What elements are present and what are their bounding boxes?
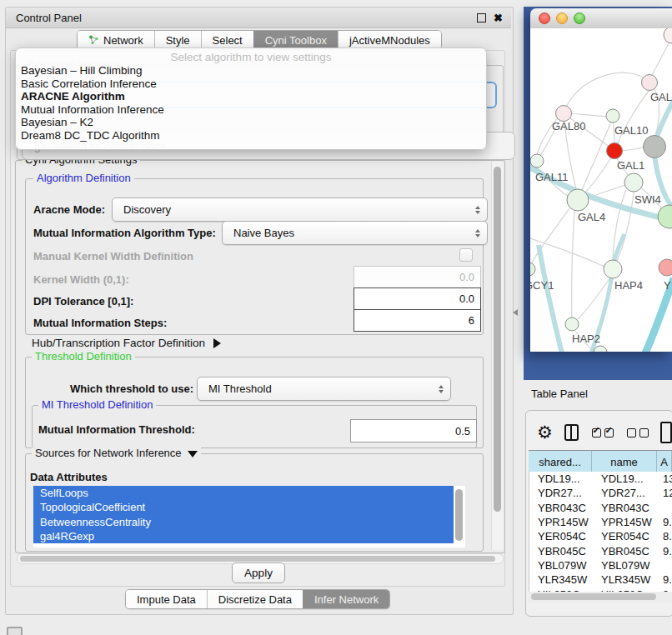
table-cell: 13 bbox=[658, 472, 672, 486]
algorithm-option-mutual-information-inference[interactable]: Mutual Information Inference bbox=[16, 103, 486, 117]
dpi-tolerance-field[interactable]: 0.0 bbox=[354, 288, 481, 310]
network-node-swi4[interactable] bbox=[658, 205, 672, 228]
algorithm-option-aracne-algorithm[interactable]: ARACNE Algorithm bbox=[16, 90, 486, 103]
columns-icon[interactable] bbox=[564, 424, 579, 441]
tab-network[interactable]: Network bbox=[78, 31, 154, 49]
table-hscrollbar-thumb[interactable] bbox=[531, 593, 656, 600]
checked-boxes-icon[interactable] bbox=[592, 428, 614, 438]
mi-threshold-field[interactable]: 0.5 bbox=[350, 419, 477, 442]
algorithm-option-dream8-dc-tdc-algorithm[interactable]: Dream8 DC_TDC Algorithm bbox=[16, 129, 486, 142]
close-panel-icon[interactable]: ✖ bbox=[494, 12, 503, 23]
network-edge[interactable] bbox=[651, 40, 670, 77]
zoom-window-icon[interactable] bbox=[574, 12, 585, 24]
mi-threshold-label: Mutual Information Threshold: bbox=[38, 423, 195, 436]
sources-group-title[interactable]: Sources for Network Inference bbox=[32, 448, 201, 459]
algorithm-option-bayesian-hill-climbing[interactable]: Bayesian – Hill Climbing bbox=[16, 64, 486, 78]
network-node-gal80[interactable] bbox=[556, 106, 572, 122]
network-node-gal1[interactable] bbox=[624, 173, 643, 192]
table-row[interactable]: YPR145WYPR145W9. bbox=[529, 515, 672, 529]
apply-button[interactable]: Apply bbox=[232, 562, 285, 583]
bottom-corner-icon[interactable] bbox=[7, 627, 23, 635]
bottom-tab-discretize-data[interactable]: Discretize Data bbox=[207, 590, 303, 608]
network-edge[interactable] bbox=[617, 90, 649, 145]
which-threshold-label: Which threshold to use: bbox=[70, 382, 193, 395]
aracne-mode-label: Aracne Mode: bbox=[33, 203, 105, 216]
hub-definition-toggle[interactable]: Hub/Transcription Factor Definition bbox=[32, 337, 221, 349]
table-row[interactable]: YBR043CYBR043C bbox=[529, 501, 672, 515]
network-node-gcy1[interactable] bbox=[530, 262, 535, 276]
network-edge[interactable] bbox=[564, 72, 649, 113]
mi-type-combo[interactable]: Naive Bayes bbox=[222, 221, 488, 245]
table-hscrollbar[interactable] bbox=[529, 592, 672, 602]
network-node-gray-node[interactable] bbox=[644, 136, 666, 158]
settings-scrollbar[interactable] bbox=[491, 162, 503, 550]
cyni-bottom-tabs: Impute DataDiscretize DataInfer Network bbox=[125, 589, 390, 609]
bottom-tab-impute-data[interactable]: Impute Data bbox=[126, 590, 207, 608]
expand-right-icon bbox=[213, 338, 221, 348]
mi-steps-label: Mutual Information Steps: bbox=[33, 317, 167, 329]
table-row[interactable]: YDL19...YDL19...13 bbox=[529, 472, 672, 486]
algorithm-option-bayesian-k2[interactable]: Bayesian – K2 bbox=[16, 116, 486, 129]
network-node-partial-top[interactable] bbox=[664, 28, 672, 43]
node-label-gcy1: GCY1 bbox=[530, 279, 554, 292]
network-canvas[interactable]: GALGAL80GAL10GAL1GAL11GAL4SWI4GCY1HAP4YH… bbox=[530, 28, 672, 352]
network-edge[interactable] bbox=[622, 148, 644, 151]
minimize-window-icon[interactable] bbox=[556, 12, 568, 24]
column-header-shared-[interactable]: shared... bbox=[529, 451, 592, 472]
tab-jactivemnodules[interactable]: jActiveMNodules bbox=[338, 31, 441, 49]
bottom-tab-infer-network[interactable]: Infer Network bbox=[303, 590, 389, 608]
table-cell: YBL079W bbox=[529, 558, 593, 572]
splitter-arrow-icon[interactable] bbox=[513, 309, 518, 316]
network-node-gal10-red[interactable] bbox=[607, 143, 623, 159]
network-node-y-pink[interactable] bbox=[659, 259, 672, 276]
tab-select[interactable]: Select bbox=[201, 31, 253, 49]
file-icon[interactable] bbox=[660, 422, 672, 443]
attributes-scrollbar-thumb[interactable] bbox=[455, 489, 463, 541]
table-panel-title: Table Panel bbox=[531, 388, 588, 400]
settings-scrollbar-thumb[interactable] bbox=[494, 167, 501, 512]
mi-threshold-group-title: MI Threshold Definition bbox=[38, 399, 156, 411]
network-node-gal10-green[interactable] bbox=[606, 109, 619, 122]
which-threshold-value: MI Threshold bbox=[208, 382, 272, 395]
close-window-icon[interactable] bbox=[539, 12, 550, 24]
network-edge[interactable] bbox=[572, 211, 574, 318]
network-edge[interactable] bbox=[539, 245, 562, 352]
table-row[interactable]: YDR27...YDR27...12 bbox=[529, 486, 672, 500]
tab-style[interactable]: Style bbox=[154, 31, 201, 49]
node-label-gal-pink: GAL bbox=[650, 91, 672, 103]
attribute-item-topologicalcoefficient[interactable]: TopologicalCoefficient bbox=[33, 500, 454, 514]
table-row[interactable]: YBR045CYBR045C9. bbox=[529, 543, 672, 558]
unchecked-boxes-icon[interactable] bbox=[627, 428, 649, 438]
table-row[interactable]: YBL079WYBL079W bbox=[529, 558, 672, 572]
gear-icon[interactable]: ⚙ bbox=[537, 424, 553, 442]
column-header-a[interactable]: A bbox=[657, 451, 672, 472]
attribute-item-selfloops[interactable]: SelfLoops bbox=[33, 486, 454, 500]
mi-steps-field[interactable]: 6 bbox=[354, 309, 481, 332]
network-edge[interactable] bbox=[582, 122, 611, 190]
manual-kernel-checkbox[interactable] bbox=[459, 248, 473, 262]
algorithm-option-basic-correlation-inference[interactable]: Basic Correlation Inference bbox=[16, 78, 486, 91]
attribute-item-betweennesscentrality[interactable]: BetweennessCentrality bbox=[33, 515, 454, 529]
which-threshold-combo[interactable]: MI Threshold bbox=[197, 377, 451, 401]
float-panel-icon[interactable] bbox=[477, 13, 486, 22]
column-header-name[interactable]: name bbox=[592, 451, 657, 472]
table-row[interactable]: YLR345WYLR345W9. bbox=[529, 572, 672, 587]
aracne-mode-combo[interactable]: Discovery bbox=[112, 198, 488, 222]
network-graph[interactable]: GALGAL80GAL10GAL1GAL11GAL4SWI4GCY1HAP4YH… bbox=[530, 28, 672, 352]
collapse-down-icon bbox=[188, 451, 198, 458]
network-node-gal11[interactable] bbox=[530, 154, 544, 168]
network-edge[interactable] bbox=[571, 113, 606, 117]
table-header: shared...nameA bbox=[529, 450, 672, 473]
table-cell: YDR27... bbox=[529, 486, 593, 500]
table-row[interactable]: YER054CYER054C8. bbox=[529, 529, 672, 543]
network-node-gal4[interactable] bbox=[567, 189, 589, 211]
network-node-hap4[interactable] bbox=[604, 260, 622, 278]
tab-cyni-toolbox[interactable]: Cyni Toolbox bbox=[253, 31, 338, 49]
combo-arrows-icon bbox=[439, 385, 444, 393]
kernel-width-field[interactable]: 0.0 bbox=[354, 266, 481, 288]
network-node-gal-pink[interactable] bbox=[642, 75, 658, 91]
settings-hscrollbar-thumb[interactable] bbox=[20, 556, 495, 562]
network-edge[interactable] bbox=[530, 208, 569, 266]
attribute-item-gal4rgexp[interactable]: gal4RGexp bbox=[33, 529, 454, 543]
network-node-hap2[interactable] bbox=[565, 318, 579, 331]
